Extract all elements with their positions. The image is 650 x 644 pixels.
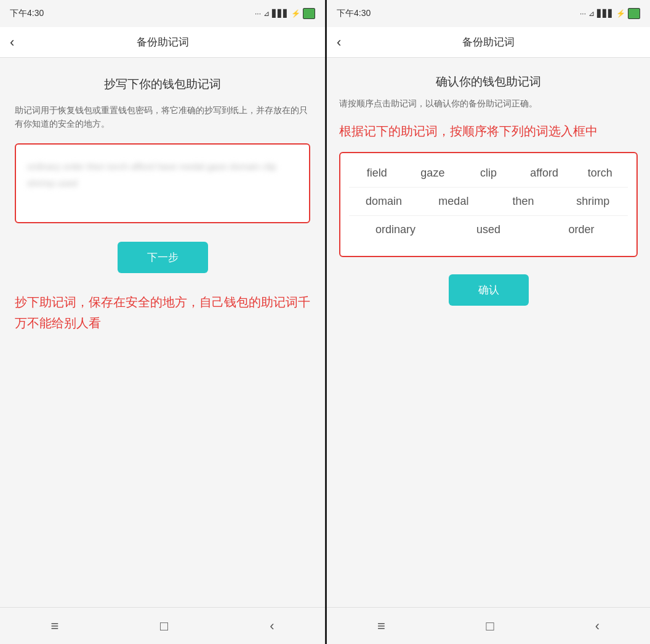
word-torch[interactable]: torch <box>572 167 628 180</box>
word-shrimp[interactable]: shrimp <box>558 195 628 208</box>
word-field[interactable]: field <box>349 167 405 180</box>
bolt-icon-2: ⚡ <box>616 9 625 18</box>
wifi-icon-1: ⊿ <box>263 9 270 18</box>
word-domain[interactable]: domain <box>349 195 419 208</box>
menu-button-2[interactable]: ≡ <box>377 618 385 634</box>
back-nav-button-1[interactable]: ‹ <box>270 618 274 634</box>
home-button-2[interactable]: □ <box>486 618 494 634</box>
confirm-button[interactable]: 确认 <box>449 274 529 306</box>
home-button-1[interactable]: □ <box>160 618 168 634</box>
battery-icon-2 <box>628 8 640 19</box>
menu-button-1[interactable]: ≡ <box>50 618 58 634</box>
back-button-2[interactable]: ‹ <box>337 34 341 50</box>
time-1: 下午4:30 <box>10 8 44 19</box>
status-icons-1: ··· ⊿ ▋▋▋ ⚡ <box>255 8 315 19</box>
word-order[interactable]: order <box>535 223 628 236</box>
word-gaze[interactable]: gaze <box>405 167 461 180</box>
word-row-3: ordinary used order <box>349 216 628 244</box>
content-2: 确认你的钱包助记词 请按顺序点击助记词，以确认你的备份助记词正确。 根据记下的助… <box>327 58 650 607</box>
nav-title-1: 备份助记词 <box>137 35 189 49</box>
warning-text: 抄下助记词，保存在安全的地方，自己钱包的助记词千万不能给别人看 <box>15 292 310 333</box>
screen-1: 下午4:30 ··· ⊿ ▋▋▋ ⚡ ‹ 备份助记词 抄写下你的钱包助记词 助记… <box>0 0 325 644</box>
mnemonic-words: ordinary order then torch afford have me… <box>27 158 298 191</box>
word-row-1: field gaze clip afford torch <box>349 159 628 188</box>
signal-dots-1: ··· <box>255 9 261 18</box>
time-2: 下午4:30 <box>337 8 371 19</box>
back-button-1[interactable]: ‹ <box>10 34 14 50</box>
word-afford[interactable]: afford <box>516 167 572 180</box>
word-medal[interactable]: medal <box>419 195 488 208</box>
bottom-bar-1: ≡ □ ‹ <box>0 607 325 644</box>
word-clip[interactable]: clip <box>460 167 516 180</box>
screen1-description: 助记词用于恢复钱包或重置钱包密码，将它准确的抄写到纸上，并存放在的只有你知道的安… <box>15 103 310 131</box>
bars-icon-1: ▋▋▋ <box>272 9 289 18</box>
nav-bar-1: ‹ 备份助记词 <box>0 27 325 58</box>
screen2-heading: 确认你的钱包助记词 <box>339 74 638 90</box>
battery-icon-1 <box>303 8 315 19</box>
back-nav-button-2[interactable]: ‹ <box>595 618 600 634</box>
word-then[interactable]: then <box>489 195 558 208</box>
screen2-description: 请按顺序点击助记词，以确认你的备份助记词正确。 <box>339 97 638 110</box>
instruction-text: 根据记下的助记词，按顺序将下列的词选入框中 <box>339 121 638 141</box>
next-button[interactable]: 下一步 <box>118 242 208 273</box>
nav-title-2: 备份助记词 <box>462 35 515 49</box>
content-1: 抄写下你的钱包助记词 助记词用于恢复钱包或重置钱包密码，将它准确的抄写到纸上，并… <box>0 58 325 607</box>
screen1-heading: 抄写下你的钱包助记词 <box>15 76 310 92</box>
word-used[interactable]: used <box>442 223 535 236</box>
signal-dots-2: ··· <box>580 9 586 18</box>
bottom-bar-2: ≡ □ ‹ <box>327 607 650 644</box>
nav-bar-2: ‹ 备份助记词 <box>327 27 650 58</box>
mnemonic-box: ordinary order then torch afford have me… <box>15 143 310 223</box>
status-icons-2: ··· ⊿ ▋▋▋ ⚡ <box>580 8 640 19</box>
word-grid: field gaze clip afford torch domain meda… <box>339 152 638 257</box>
word-ordinary[interactable]: ordinary <box>349 223 442 236</box>
status-bar-2: 下午4:30 ··· ⊿ ▋▋▋ ⚡ <box>327 0 650 27</box>
status-bar-1: 下午4:30 ··· ⊿ ▋▋▋ ⚡ <box>0 0 325 27</box>
bolt-icon-1: ⚡ <box>291 9 300 18</box>
screen-2: 下午4:30 ··· ⊿ ▋▋▋ ⚡ ‹ 备份助记词 确认你的钱包助记词 请按顺… <box>325 0 650 644</box>
bars-icon-2: ▋▋▋ <box>597 9 614 18</box>
wifi-icon-2: ⊿ <box>588 9 595 18</box>
word-row-2: domain medal then shrimp <box>349 188 628 216</box>
